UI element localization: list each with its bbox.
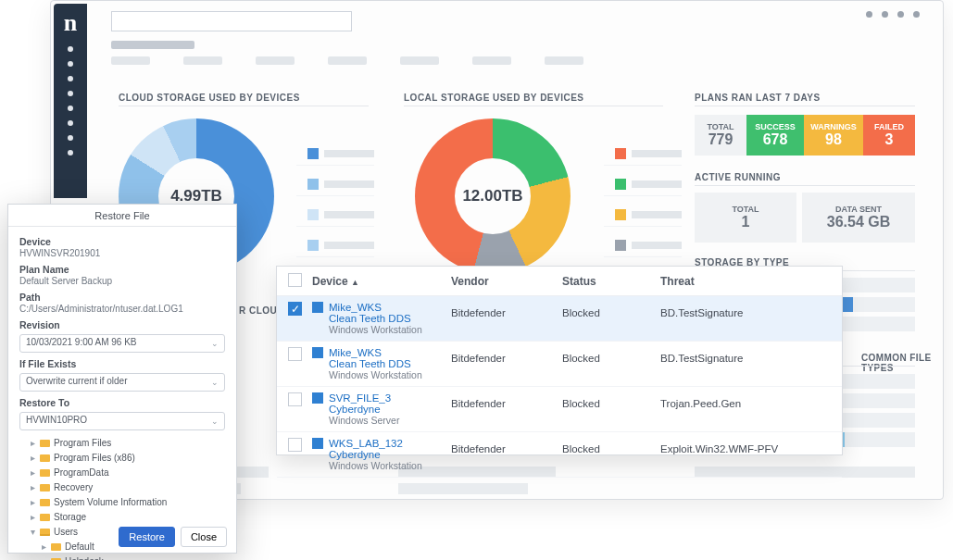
windows-icon [312, 392, 323, 404]
tree-item-label: Storage [54, 510, 86, 525]
col-device[interactable]: Device ▲ [312, 275, 451, 288]
table-row[interactable]: Mike_WKSClean Teeth DDSWindows Workstati… [277, 342, 842, 387]
section-title-common-files: COMMON FILE TYPES [861, 353, 953, 373]
expand-icon[interactable]: ▸ [29, 495, 36, 510]
app-menu-dots[interactable] [866, 11, 920, 18]
brand-logo-icon: n [64, 9, 77, 37]
path-label: Path [19, 292, 225, 303]
sidebar-dot[interactable] [68, 106, 73, 111]
expand-icon[interactable]: ▸ [40, 540, 47, 554]
vendor-cell: Bitdefender [451, 392, 562, 409]
row-checkbox[interactable]: ✓ [288, 302, 302, 316]
chevron-down-icon: ⌄ [211, 417, 219, 426]
col-vendor[interactable]: Vendor [451, 275, 562, 288]
device-link[interactable]: Mike_WKS [329, 347, 422, 358]
sidebar-dot[interactable] [68, 120, 73, 126]
plan-stats: TOTAL779 SUCCESS678 WARNINGS98 FAILED3 [695, 115, 915, 156]
path-value: C:/Users/Administrator/ntuser.dat.LOG1 [19, 304, 225, 314]
tree-item-label: Default [65, 540, 94, 554]
tree-item[interactable]: ▸Program Files (x86) [19, 451, 225, 466]
table-row[interactable]: ✓Mike_WKSClean Teeth DDSWindows Workstat… [277, 296, 842, 342]
close-button[interactable]: Close [181, 527, 227, 547]
folder-icon [40, 440, 50, 447]
tree-item-label: Users [54, 525, 78, 540]
section-title-plans: PLANS RAN LAST 7 DAYS [695, 93, 821, 103]
restore-button[interactable]: Restore [119, 527, 175, 547]
plan-success: SUCCESS678 [746, 115, 804, 156]
plan-warnings: WARNINGS98 [804, 115, 863, 156]
folder-icon [40, 469, 50, 477]
if-exists-select[interactable]: Overwrite current if older⌄ [19, 373, 225, 392]
device-link[interactable]: Mike_WKS [329, 302, 422, 313]
expand-icon[interactable]: ▸ [29, 436, 36, 451]
sidebar-dot[interactable] [68, 150, 73, 156]
table-row[interactable]: WKS_LAB_132CyberdyneWindows WorkstationB… [277, 432, 842, 478]
device-link[interactable]: WKS_LAB_132 [329, 438, 422, 449]
sidebar-dot[interactable] [68, 91, 73, 96]
col-threat[interactable]: Threat [660, 275, 836, 288]
select-all-checkbox[interactable] [288, 273, 302, 287]
expand-icon[interactable]: ▸ [29, 466, 36, 480]
status-cell: Blocked [562, 302, 660, 318]
tree-item-label: ProgramData [54, 466, 108, 480]
org-link[interactable]: Cyberdyne [329, 449, 422, 460]
local-storage-donut: 12.00TB [415, 118, 571, 274]
col-status[interactable]: Status [562, 275, 660, 288]
section-title-cloud: CLOUD STORAGE USED BY DEVICES [119, 93, 300, 103]
tree-item[interactable]: ▸System Volume Information [19, 495, 225, 510]
folder-icon [40, 499, 50, 506]
org-link[interactable]: Clean Teeth DDS [329, 358, 422, 369]
tree-item[interactable]: ▸Recovery [19, 480, 225, 495]
sidebar-dot[interactable] [68, 61, 73, 67]
table-row[interactable]: SVR_FILE_3CyberdyneWindows ServerBitdefe… [277, 387, 842, 432]
local-legend [604, 143, 682, 265]
sidebar-dot[interactable] [68, 135, 73, 141]
active-total: TOTAL1 [695, 193, 796, 243]
tree-item-label: Recovery [54, 480, 93, 495]
sidebar-dot[interactable] [68, 46, 73, 52]
vendor-cell: Bitdefender [451, 347, 562, 364]
vendor-cell: Bitdefender [451, 438, 562, 454]
threat-cell: Trojan.Peed.Gen [660, 392, 836, 409]
windows-icon [312, 347, 323, 358]
threat-cell: BD.TestSignature [660, 347, 836, 364]
expand-icon[interactable]: ▸ [29, 480, 36, 495]
chevron-down-icon: ⌄ [211, 378, 219, 387]
row-checkbox[interactable] [288, 392, 302, 406]
vendor-cell: Bitdefender [451, 302, 562, 318]
revision-label: Revision [19, 319, 225, 330]
device-link[interactable]: SVR_FILE_3 [329, 392, 399, 404]
threat-table-header: Device ▲ Vendor Status Threat [277, 267, 842, 296]
tree-item[interactable]: ▸Helpdesk [19, 554, 225, 560]
folder-icon [40, 454, 50, 462]
row-checkbox[interactable] [288, 347, 302, 361]
threat-cell: BD.TestSignature [660, 302, 836, 318]
row-checkbox[interactable] [288, 438, 302, 452]
expand-icon[interactable]: ▾ [29, 525, 36, 540]
org-link[interactable]: Clean Teeth DDS [329, 313, 422, 324]
app-sidebar: n [54, 4, 87, 198]
if-exists-label: If File Exists [19, 358, 225, 369]
tree-item-label: System Volume Information [54, 495, 167, 510]
expand-icon[interactable]: ▸ [29, 510, 36, 525]
cloud-legend [296, 143, 374, 265]
active-data-sent: DATA SENT36.54 GB [802, 193, 915, 243]
tree-item[interactable]: ▸Storage [19, 510, 225, 525]
tree-item[interactable]: ▸ProgramData [19, 466, 225, 480]
folder-icon [40, 529, 50, 536]
plan-label: Plan Name [19, 264, 225, 275]
os-label: Windows Server [329, 415, 399, 426]
expand-icon[interactable]: ▸ [40, 554, 47, 560]
os-label: Windows Workstation [329, 369, 422, 380]
restore-to-select[interactable]: HVWIN10PRO⌄ [19, 412, 225, 430]
revision-select[interactable]: 10/03/2021 9:00 AM 96 KB⌄ [19, 334, 225, 353]
expand-icon[interactable]: ▸ [29, 451, 36, 466]
section-title-local: LOCAL STORAGE USED BY DEVICES [404, 93, 584, 103]
status-cell: Blocked [562, 347, 660, 364]
tree-item-label: Program Files (x86) [54, 451, 135, 466]
tree-item[interactable]: ▸Program Files [19, 436, 225, 451]
restore-file-modal: Restore File Device HVWINSVR201901 Plan … [7, 204, 237, 554]
sidebar-dot[interactable] [68, 76, 73, 81]
search-input[interactable] [111, 11, 352, 31]
org-link[interactable]: Cyberdyne [329, 404, 399, 415]
